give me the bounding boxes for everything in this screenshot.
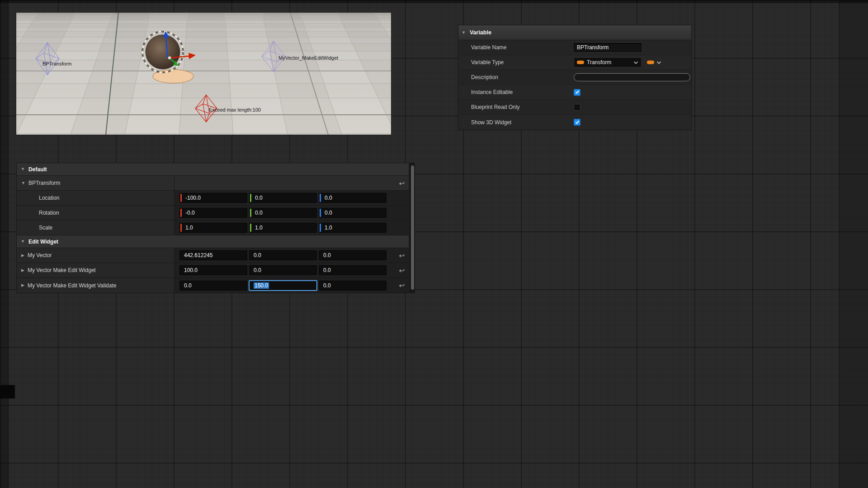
transform-type-icon (577, 61, 584, 64)
myvector-label: MyVector_MakeEditWidget (278, 55, 338, 61)
x-axis-bar (180, 194, 182, 202)
details-panel: ▼ Default ▼ BPTransform ↩ Location -100.… (16, 163, 415, 293)
instance-editable-label: Instance Editable (458, 89, 574, 95)
check-icon (575, 90, 579, 94)
variable-name-row: Variable Name (458, 40, 691, 55)
description-label: Description (458, 74, 574, 80)
rotation-row: Rotation -0.0 0.0 0.0 (17, 206, 409, 221)
bptransform-row: ▼ BPTransform ↩ (17, 176, 409, 191)
my-vector-make-edit-widget-label: My Vector Make Edit Widget (28, 267, 96, 273)
z-axis-bar (320, 194, 321, 202)
instance-editable-checkbox[interactable] (574, 89, 580, 96)
reset-to-default-icon[interactable]: ↩ (399, 282, 405, 289)
location-z-input[interactable]: 0.0 (319, 193, 387, 203)
rotation-z-input[interactable]: 0.0 (319, 208, 387, 218)
variable-type-row: Variable Type Transform (458, 55, 691, 70)
z-axis-bar (320, 209, 321, 217)
mvmew-x-input[interactable]: 100.0 (179, 265, 247, 275)
mvmew-z-input[interactable]: 0.0 (319, 265, 387, 275)
location-x-input[interactable]: -100.0 (179, 193, 247, 203)
graph-edge-top (0, 0, 868, 3)
location-row: Location -100.0 0.0 0.0 (17, 191, 409, 206)
exceed-label: Exceed max length:100 (209, 107, 261, 113)
variable-details-panel: ▼ Variable Variable Name Variable Type T… (458, 25, 692, 130)
my-vector-label: My Vector (28, 252, 52, 258)
reset-to-default-icon[interactable]: ↩ (399, 180, 405, 187)
blueprint-read-only-checkbox[interactable] (574, 104, 580, 111)
my-vector-y-input[interactable]: 0.0 (249, 250, 317, 260)
x-axis-bar (180, 224, 182, 232)
scrollbar-thumb[interactable] (411, 165, 414, 290)
container-type-icon[interactable] (647, 61, 654, 64)
show-3d-widget-row: Show 3D Widget (458, 115, 691, 130)
rotation-label: Rotation (39, 210, 59, 216)
mvmewv-x-input[interactable]: 0.0 (179, 281, 247, 291)
category-edit-widget-title: Edit Widget (28, 239, 58, 245)
collapse-arrow-icon[interactable]: ▼ (21, 181, 25, 185)
scale-label: Scale (39, 225, 52, 231)
scale-y-input[interactable]: 1.0 (249, 223, 317, 233)
my-vector-make-edit-widget-validate-row: ▶ My Vector Make Edit Widget Validate 0.… (17, 278, 409, 293)
instance-editable-row: Instance Editable (458, 85, 691, 100)
blueprint-read-only-label: Blueprint Read Only (458, 104, 574, 110)
variable-type-label: Variable Type (458, 59, 574, 66)
rotation-y-input[interactable]: 0.0 (249, 208, 317, 218)
y-axis-bar (250, 194, 251, 202)
category-edit-widget[interactable]: ▼ Edit Widget (17, 235, 409, 248)
expand-arrow-icon[interactable]: ▶ (21, 268, 24, 272)
my-vector-z-input[interactable]: 0.0 (319, 250, 387, 260)
bptransform-label: BPTransform (42, 61, 71, 66)
variable-name-label: Variable Name (458, 44, 574, 51)
description-row: Description (458, 70, 691, 85)
collapse-arrow-icon: ▼ (21, 167, 25, 171)
scale-x-input[interactable]: 1.0 (179, 223, 247, 233)
viewport-3d-preview[interactable]: BPTransform MyVector_MakeEditWidget Exce… (16, 13, 391, 135)
category-default[interactable]: ▼ Default (17, 163, 409, 176)
my-vector-make-edit-widget-row: ▶ My Vector Make Edit Widget 100.0 0.0 0… (17, 263, 409, 278)
description-input[interactable] (574, 73, 690, 81)
expand-arrow-icon[interactable]: ▶ (21, 283, 24, 287)
variable-section-title: Variable (470, 29, 491, 36)
my-vector-row: ▶ My Vector 442.612245 0.0 0.0 ↩ (17, 248, 409, 263)
reset-to-default-icon[interactable]: ↩ (399, 267, 405, 274)
viewport-canvas[interactable]: BPTransform MyVector_MakeEditWidget Exce… (16, 13, 391, 135)
chevron-down-icon (633, 61, 638, 64)
category-default-title: Default (28, 166, 47, 173)
reset-to-default-icon[interactable]: ↩ (399, 252, 405, 259)
rotation-x-input[interactable]: -0.0 (179, 208, 247, 218)
show-3d-widget-checkbox[interactable] (574, 119, 580, 126)
y-axis-bar (250, 224, 251, 232)
gizmo-center (168, 56, 171, 60)
scale-row: Scale 1.0 1.0 1.0 (17, 221, 409, 235)
scale-z-input[interactable]: 1.0 (319, 223, 387, 233)
graph-edge-right (839, 0, 868, 488)
my-vector-make-edit-widget-validate-label: My Vector Make Edit Widget Validate (28, 282, 117, 289)
graph-corner-block (0, 385, 15, 399)
mvmewv-z-input[interactable]: 0.0 (319, 281, 387, 291)
collapse-arrow-icon: ▼ (462, 31, 466, 35)
show-3d-widget-label: Show 3D Widget (458, 119, 574, 126)
expand-arrow-icon[interactable]: ▶ (21, 253, 24, 258)
z-axis-bar (320, 224, 321, 232)
details-scrollbar[interactable] (410, 163, 415, 293)
x-axis-bar (180, 209, 182, 217)
mvmew-y-input[interactable]: 0.0 (249, 265, 317, 275)
container-type-chevron-icon[interactable] (656, 61, 661, 64)
collapse-arrow-icon: ▼ (21, 239, 25, 244)
graph-edge-left (0, 0, 9, 488)
mvmewv-y-input[interactable]: 150.0 (249, 281, 317, 291)
blueprint-read-only-row: Blueprint Read Only (458, 100, 691, 115)
check-icon (575, 120, 579, 124)
location-y-input[interactable]: 0.0 (249, 193, 317, 203)
y-axis-bar (250, 209, 251, 217)
bptransform-property-label: BPTransform (28, 180, 60, 186)
my-vector-x-input[interactable]: 442.612245 (179, 250, 247, 260)
variable-type-value: Transform (587, 59, 631, 66)
variable-type-dropdown[interactable]: Transform (574, 57, 642, 67)
variable-name-input[interactable] (574, 43, 642, 52)
location-label: Location (39, 195, 59, 201)
variable-section-header[interactable]: ▼ Variable (458, 25, 691, 40)
